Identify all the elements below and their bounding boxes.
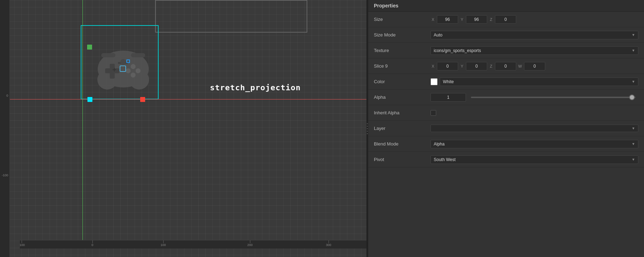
blend-mode-dropdown[interactable]: Alpha ▼ bbox=[431, 140, 638, 148]
canvas-area[interactable]: 0 -100 + bbox=[0, 0, 366, 257]
inherit-alpha-checkbox[interactable] bbox=[431, 110, 436, 116]
slice9-w-input[interactable] bbox=[524, 62, 545, 70]
slice9-x-label: X bbox=[431, 64, 435, 68]
canvas-content: + bbox=[10, 0, 366, 249]
size-x-input[interactable] bbox=[437, 15, 458, 24]
alpha-input[interactable] bbox=[431, 93, 466, 102]
alpha-slider[interactable] bbox=[471, 97, 636, 98]
svg-text:+: + bbox=[112, 66, 116, 74]
prop-row-pivot: Pivot South West ▼ bbox=[368, 152, 644, 167]
stretch-projection-label: stretch_projection bbox=[210, 83, 301, 92]
axis-horizontal bbox=[10, 99, 366, 99]
prop-row-size-mode: Size Mode Auto ▼ bbox=[368, 27, 644, 43]
prop-row-blend-mode: Blend Mode Alpha ▼ bbox=[368, 136, 644, 152]
properties-panel: Properties Size X Y Z Size Mode Auto ▼ T… bbox=[368, 0, 644, 257]
prop-row-slice9: Slice 9 X Y Z W bbox=[368, 58, 644, 74]
color-value: White ▼ bbox=[431, 78, 638, 86]
slice9-y-input[interactable] bbox=[466, 62, 487, 70]
alpha-slider-thumb bbox=[629, 95, 635, 100]
slice9-z-input[interactable] bbox=[495, 62, 516, 70]
top-rect bbox=[155, 0, 307, 33]
texture-arrow: ▼ bbox=[632, 48, 635, 52]
slice9-y-label: Y bbox=[460, 64, 465, 68]
prop-row-layer: Layer ▼ bbox=[368, 121, 644, 136]
size-mode-arrow: ▼ bbox=[632, 33, 635, 37]
pivot-value: South West ▼ bbox=[431, 155, 638, 164]
svg-point-8 bbox=[126, 68, 131, 73]
size-mode-value: Auto ▼ bbox=[431, 31, 638, 39]
gamepad-sprite[interactable]: + bbox=[95, 42, 152, 92]
prop-row-inherit-alpha: Inherit Alpha bbox=[368, 105, 644, 121]
ruler-bottom: -100 0 100 200 300 bbox=[20, 240, 366, 249]
handle-center[interactable] bbox=[126, 59, 130, 63]
size-y-input[interactable] bbox=[466, 15, 487, 24]
prop-row-alpha: Alpha bbox=[368, 90, 644, 105]
size-label: Size bbox=[374, 17, 431, 22]
svg-point-7 bbox=[136, 68, 141, 73]
pivot-dropdown[interactable]: South West ▼ bbox=[431, 155, 638, 164]
alpha-value bbox=[431, 93, 638, 102]
inherit-alpha-label: Inherit Alpha bbox=[374, 110, 431, 115]
blend-mode-arrow: ▼ bbox=[632, 142, 635, 146]
prop-row-size: Size X Y Z bbox=[368, 12, 644, 27]
size-z-label: Z bbox=[489, 17, 494, 22]
handle-left-mid[interactable] bbox=[87, 97, 92, 102]
slice9-z-label: Z bbox=[489, 64, 494, 68]
gamepad-icon: + bbox=[95, 42, 152, 92]
slice9-label: Slice 9 bbox=[374, 63, 431, 69]
pivot-arrow: ▼ bbox=[632, 158, 635, 161]
size-mode-label: Size Mode bbox=[374, 32, 431, 38]
alpha-label: Alpha bbox=[374, 95, 431, 100]
size-z-input[interactable] bbox=[495, 15, 516, 24]
axis-vertical bbox=[82, 0, 83, 249]
svg-rect-15 bbox=[131, 53, 145, 57]
size-x-label: X bbox=[431, 17, 435, 22]
size-value: X Y Z bbox=[431, 15, 638, 24]
pivot-label: Pivot bbox=[374, 157, 431, 162]
svg-point-9 bbox=[131, 73, 136, 78]
panel-title: Properties bbox=[368, 0, 644, 12]
prop-row-color: Color White ▼ bbox=[368, 74, 644, 90]
slice9-value: X Y Z W bbox=[431, 62, 638, 70]
svg-point-13 bbox=[120, 59, 126, 65]
size-mode-dropdown[interactable]: Auto ▼ bbox=[431, 31, 638, 39]
layer-label: Layer bbox=[374, 126, 431, 131]
handle-top-left[interactable] bbox=[87, 45, 92, 50]
layer-arrow: ▼ bbox=[632, 126, 635, 130]
color-swatch[interactable] bbox=[431, 78, 438, 85]
layer-dropdown[interactable]: ▼ bbox=[431, 125, 638, 132]
svg-point-6 bbox=[131, 64, 136, 69]
color-dropdown[interactable]: White ▼ bbox=[440, 78, 638, 86]
texture-label: Texture bbox=[374, 48, 431, 53]
color-arrow: ▼ bbox=[632, 80, 635, 84]
texture-dropdown[interactable]: icons/gm_sports_esports ▼ bbox=[431, 46, 638, 55]
size-y-label: Y bbox=[460, 17, 465, 22]
ruler-left: 0 -100 bbox=[0, 0, 10, 257]
handle-bottom-mid[interactable] bbox=[140, 97, 145, 102]
blend-mode-value: Alpha ▼ bbox=[431, 140, 638, 148]
color-label: Color bbox=[374, 79, 431, 84]
blend-mode-label: Blend Mode bbox=[374, 141, 431, 147]
svg-rect-14 bbox=[101, 53, 115, 57]
layer-value: ▼ bbox=[431, 125, 638, 132]
inherit-alpha-value bbox=[431, 110, 638, 116]
slice9-x-input[interactable] bbox=[437, 62, 458, 70]
prop-row-texture: Texture icons/gm_sports_esports ▼ bbox=[368, 43, 644, 58]
slice9-w-label: W bbox=[518, 64, 523, 68]
texture-value: icons/gm_sports_esports ▼ bbox=[431, 46, 638, 55]
